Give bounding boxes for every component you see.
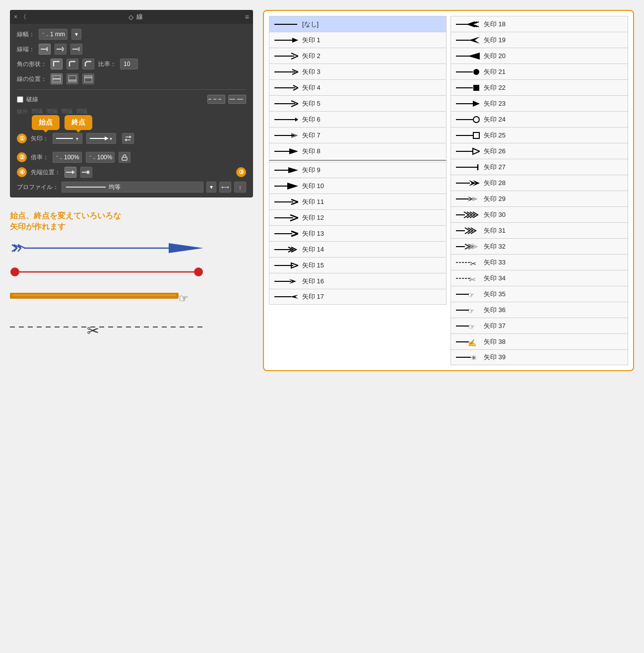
linecap-round-button[interactable] [55, 44, 66, 55]
arrow-item-34[interactable]: ✄ 矢印 34 [451, 270, 628, 286]
arrow-item-39[interactable]: ✳ 矢印 39 [451, 349, 628, 365]
panel-body: 線幅： ⌃⌄ 1 mm ▾ 線端： [10, 24, 253, 197]
arrow-item-38[interactable]: ✍ 矢印 38 [451, 333, 628, 349]
arrow-item-24[interactable]: 矢印 24 [451, 111, 628, 127]
arrow-33-icon: ✂ [455, 258, 480, 267]
svg-rect-3 [72, 49, 78, 50]
arrow-38-label: 矢印 38 [484, 337, 506, 346]
demo-blue-arrow [10, 241, 253, 256]
linepos-outside-button[interactable] [82, 73, 94, 84]
profile-flip-h[interactable]: ⟷ [219, 182, 231, 193]
arrow-item-8[interactable]: 矢印 8 [269, 143, 447, 159]
arrow-item-1[interactable]: 矢印 1 [269, 32, 447, 48]
arrow-column-right: 矢印 18 矢印 19 矢印 20 [451, 16, 628, 365]
swap-arrows-button[interactable] [122, 133, 134, 144]
svg-rect-4 [78, 47, 80, 51]
arrow-item-7[interactable]: 矢印 7 [269, 127, 447, 143]
arrow-item-13[interactable]: 矢印 13 [269, 225, 447, 241]
arrow-item-35[interactable]: ☞ 矢印 35 [451, 286, 628, 302]
dash-style-btn2[interactable] [228, 95, 246, 104]
arrow-2-label: 矢印 2 [302, 52, 321, 61]
ratio-input[interactable]: 10 [120, 59, 138, 69]
arrow-item-31[interactable]: 矢印 31 [451, 222, 628, 238]
tippos-btn2[interactable] [80, 167, 92, 178]
scale2-spinner[interactable]: ⌃⌄ 100% [86, 152, 115, 163]
linecap-square-button[interactable] [70, 44, 82, 55]
broken-checkbox[interactable] [17, 96, 23, 103]
arrow-18-label: 矢印 18 [484, 20, 506, 29]
arrow-item-3[interactable]: 矢印 3 [269, 64, 447, 79]
arrow-item-12[interactable]: 矢印 12 [269, 209, 447, 225]
arrow-item-2[interactable]: 矢印 2 [269, 48, 447, 64]
arrow-item-27[interactable]: 矢印 27 [451, 159, 628, 175]
scale1-spinner[interactable]: ⌃⌄ 100% [53, 152, 82, 163]
arrow-item-30[interactable]: 矢印 30 [451, 206, 628, 222]
arrow-item-19[interactable]: 矢印 19 [451, 32, 628, 48]
corner-miter-button[interactable] [51, 59, 63, 69]
arrow-item-36[interactable]: ☞ 矢印 36 [451, 302, 628, 318]
profile-dropdown[interactable]: ▾ [206, 182, 216, 193]
arrow-26-label: 矢印 26 [484, 147, 506, 156]
svg-rect-5 [53, 78, 61, 79]
link-scale-button[interactable] [119, 152, 130, 163]
arrow-item-14[interactable]: 矢印 14 [269, 241, 447, 257]
tippos-btn1[interactable] [64, 167, 76, 178]
arrow-item-37[interactable]: ☞ 矢印 37 [451, 318, 628, 333]
profile-flip-v[interactable]: ↕ [234, 182, 246, 193]
dash-style-btn1[interactable] [207, 95, 225, 104]
linecap-butt-button[interactable] [39, 44, 51, 55]
linepos-inside-button[interactable] [66, 73, 78, 84]
arrow-item-28[interactable]: 矢印 28 [451, 175, 628, 191]
arrow-item-15[interactable]: 矢印 15 [269, 257, 447, 273]
svg-rect-0 [41, 49, 47, 50]
svg-text:✄: ✄ [469, 275, 476, 283]
linecap-label: 線端： [17, 45, 35, 54]
arrow-item-18[interactable]: 矢印 18 [451, 16, 628, 32]
arrow-item-32[interactable]: 矢印 32 [451, 238, 628, 254]
panel-menu-button[interactable]: ≡ [245, 13, 249, 21]
linepos-center-button[interactable] [51, 73, 63, 84]
close-button[interactable]: × [14, 13, 17, 20]
arrow-item-9[interactable]: 矢印 9 [269, 162, 447, 178]
arrow-item-5[interactable]: 矢印 5 [269, 95, 447, 111]
arrow-item-4[interactable]: 矢印 4 [269, 79, 447, 95]
arrow-item-23[interactable]: 矢印 23 [451, 95, 628, 111]
linewidth-spinner[interactable]: ⌃⌄ 1 mm [39, 29, 67, 40]
panel-title: ◇ 線 [129, 12, 143, 21]
arrow-item-11[interactable]: 矢印 11 [269, 194, 447, 209]
arrow-21-icon [455, 67, 480, 77]
corner-bevel-button[interactable] [82, 59, 94, 69]
arrow-item-none[interactable]: [なし] [269, 16, 447, 32]
arrow-item-22[interactable]: 矢印 22 [451, 79, 628, 95]
arrow-4-label: 矢印 4 [302, 83, 321, 92]
svg-marker-66 [290, 295, 298, 299]
arrow-item-17[interactable]: 矢印 17 [269, 289, 447, 305]
arrow-item-6[interactable]: 矢印 6 [269, 111, 447, 127]
arrow-21-label: 矢印 21 [484, 67, 506, 76]
arrow-3-label: 矢印 3 [302, 67, 321, 76]
svg-point-32 [194, 267, 203, 276]
svg-rect-34 [12, 294, 176, 296]
demo-red-dot [10, 264, 253, 279]
cornershape-label: 角の形状： [17, 60, 47, 68]
arrow-7-icon [273, 131, 298, 140]
arrow-item-20[interactable]: 矢印 20 [451, 48, 628, 64]
arrow-item-29[interactable]: 矢印 29 [451, 191, 628, 206]
segment-row1: 線分 間隔 間隔 間隔 間隔 [17, 108, 246, 115]
arrow-13-icon [273, 229, 298, 239]
arrow-end-dropdown[interactable]: ▾ [86, 133, 116, 144]
collapse-button[interactable]: 《 [20, 13, 26, 21]
linepos-row: 線の位置： [17, 73, 246, 84]
arrow-list-panel: [なし] 矢印 1 矢印 2 矢印 3 矢印 4 [263, 10, 634, 371]
arrow-item-33[interactable]: ✂ 矢印 33 [451, 254, 628, 270]
linewidth-dropdown[interactable]: ▾ [71, 29, 81, 40]
arrow-item-10[interactable]: 矢印 10 [269, 178, 447, 194]
arrow-item-26[interactable]: 矢印 26 [451, 143, 628, 159]
arrow-item-21[interactable]: 矢印 21 [451, 64, 628, 79]
arrow-13-label: 矢印 13 [302, 229, 324, 238]
corner-round-button[interactable] [66, 59, 78, 69]
arrow-item-25[interactable]: 矢印 25 [451, 127, 628, 143]
arrow-column-left: [なし] 矢印 1 矢印 2 矢印 3 矢印 4 [269, 16, 447, 365]
arrow-item-16[interactable]: 矢印 16 [269, 273, 447, 289]
arrow-22-label: 矢印 22 [484, 83, 506, 92]
